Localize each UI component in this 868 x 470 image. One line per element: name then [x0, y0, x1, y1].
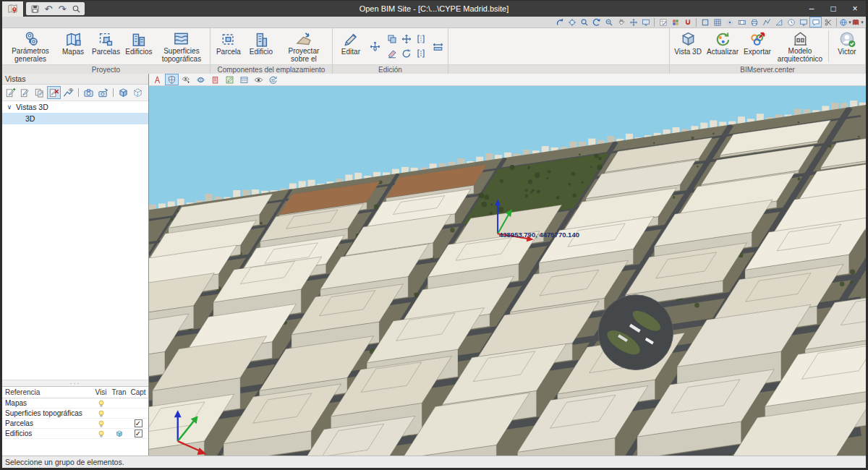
zoom-window-icon[interactable] [578, 17, 590, 27]
duplicate-view-icon[interactable] [33, 86, 46, 99]
mapas-button[interactable]: Mapas [57, 29, 89, 64]
wireframe-view-icon[interactable] [131, 86, 145, 99]
print-icon[interactable] [748, 17, 760, 27]
save-icon[interactable] [28, 3, 41, 14]
comment-icon[interactable] [809, 17, 822, 27]
map-icon [65, 30, 82, 48]
modelo-arquitectonico-button[interactable]: Modelo arquitectónico [774, 29, 826, 64]
close-button[interactable]: × [844, 1, 866, 17]
ribbon-group-proyecto: Parámetros generalesMapasParcelasEdifici… [2, 28, 210, 74]
tree-root-label: Vistas 3D [16, 103, 48, 111]
3d-city-scene[interactable] [149, 86, 866, 456]
zoom-out-icon[interactable] [603, 17, 615, 27]
invertir-icon[interactable] [414, 48, 427, 59]
templates-icon[interactable] [797, 17, 809, 27]
superficies-topograficas-button[interactable]: Superficies topográficas [156, 29, 208, 64]
parametros-generales-label: Parámetros generales [7, 47, 54, 63]
rotate-view-icon[interactable] [553, 17, 566, 27]
mover-nodo-icon[interactable] [369, 41, 381, 52]
parcel-icon [220, 30, 237, 48]
rotate-3d-icon[interactable]: 3D [266, 74, 280, 85]
protractor-icon[interactable] [785, 17, 797, 27]
orbit-scene-icon[interactable] [566, 17, 578, 27]
avatar-icon [839, 30, 856, 48]
snapshot-icon[interactable] [82, 86, 95, 99]
selection-window-icon[interactable] [699, 17, 711, 27]
building-visibility-icon[interactable] [208, 74, 222, 85]
edificios-button[interactable]: Edificios [123, 29, 155, 64]
simetria-icon[interactable] [414, 34, 427, 45]
visibility-icon[interactable] [252, 74, 265, 85]
table-row-superficies-topogr-ficas[interactable]: Superficies topográficas [2, 409, 148, 419]
work-plane-icon[interactable] [150, 74, 164, 85]
window-controls: – □ × [801, 1, 866, 17]
edit-view-icon[interactable] [18, 86, 32, 99]
cube-icon [680, 30, 697, 48]
protection-shield-icon[interactable] [165, 74, 179, 85]
borrar-icon[interactable] [386, 48, 398, 59]
textures-icon[interactable] [669, 17, 681, 27]
dynamic-zoom-icon[interactable] [590, 17, 603, 27]
maximize-button[interactable]: □ [822, 1, 844, 17]
set-square-icon[interactable] [773, 17, 785, 27]
redo-icon[interactable]: ↷ [56, 3, 69, 14]
table-row-edificios[interactable]: Edificios✓ [2, 429, 148, 439]
pan-icon[interactable] [615, 17, 627, 27]
move-view-icon[interactable] [627, 17, 639, 27]
ribbon-group-componentes: ParcelaEdificioProyectar sobre el terren… [210, 28, 333, 74]
search-icon[interactable] [69, 3, 82, 14]
cut-icon[interactable] [822, 17, 834, 27]
table-row-parcelas[interactable]: Parcelas✓ [2, 419, 148, 429]
proyectar-sobre-el-terreno-button[interactable]: Proyectar sobre el terreno [278, 29, 330, 64]
capture-checkbox[interactable]: ✓ [135, 419, 142, 427]
minimize-button[interactable]: – [801, 1, 822, 17]
parcelas-button[interactable]: Parcelas [90, 29, 122, 64]
delete-view-icon[interactable] [47, 86, 61, 99]
table-row-mapas[interactable]: Mapas [2, 398, 148, 409]
vista-3d-button[interactable]: Vista 3D [672, 29, 704, 64]
edit-plane-icon[interactable] [223, 74, 237, 85]
viewport-canvas[interactable]: 438953.790, 4475770.140 [149, 86, 866, 456]
parcela-button[interactable]: Parcela [213, 29, 244, 64]
edificio-button[interactable]: Edificio [245, 29, 277, 64]
parcela-label: Parcela [216, 48, 241, 56]
visible-icon[interactable] [95, 428, 107, 439]
grid-icon[interactable] [711, 17, 723, 27]
orbit-center-icon[interactable] [194, 74, 208, 85]
panel-splitter[interactable]: ··· [2, 380, 148, 386]
object-snap-icon[interactable] [681, 17, 694, 27]
add-view-icon[interactable] [4, 86, 17, 99]
background-window-icon[interactable] [237, 74, 251, 85]
app-icon[interactable] [2, 1, 24, 17]
copiar-icon[interactable] [386, 34, 398, 45]
visible-icon[interactable] [95, 408, 107, 419]
select-elements-icon[interactable] [179, 74, 193, 85]
tree-node-vistas-3d[interactable]: ∨ Vistas 3D [2, 101, 148, 113]
full-screen-icon[interactable] [639, 17, 652, 27]
visible-icon[interactable] [95, 398, 107, 409]
mover-icon[interactable] [400, 34, 412, 45]
editar-button[interactable]: Editar [335, 29, 367, 64]
exportar-button[interactable]: Exportar [741, 29, 773, 64]
actualizar-button[interactable]: Actualizar [705, 29, 741, 64]
dxf-dwg-templates-icon[interactable] [657, 17, 669, 27]
parametros-generales-button[interactable]: Parámetros generales [4, 29, 56, 64]
elevation-view-icon[interactable] [61, 86, 75, 99]
acotar-icon[interactable] [432, 41, 444, 52]
help-book-icon[interactable]: ▾ [851, 17, 864, 27]
solid-view-icon[interactable] [116, 86, 130, 99]
snapshot-update-icon[interactable] [96, 86, 110, 99]
undo-icon[interactable]: ↶ [42, 3, 55, 14]
visible-icon[interactable] [95, 418, 107, 429]
tree-item-3d-selected[interactable]: 3D [2, 113, 148, 124]
dimension-ruler-icon[interactable] [736, 17, 748, 27]
capture-checkbox[interactable]: ✓ [135, 430, 142, 437]
transparency-icon[interactable] [113, 428, 125, 439]
bimserver-web-icon[interactable]: ▾ [839, 17, 851, 27]
polyline-icon[interactable] [760, 17, 773, 27]
victor-button[interactable]: Victor [831, 29, 863, 64]
chevron-down-icon[interactable]: ∨ [6, 103, 13, 111]
girar-icon[interactable] [400, 48, 412, 59]
ribbon-group-edicion: EditarEdición [333, 28, 448, 74]
point-snap-icon[interactable] [723, 17, 736, 27]
